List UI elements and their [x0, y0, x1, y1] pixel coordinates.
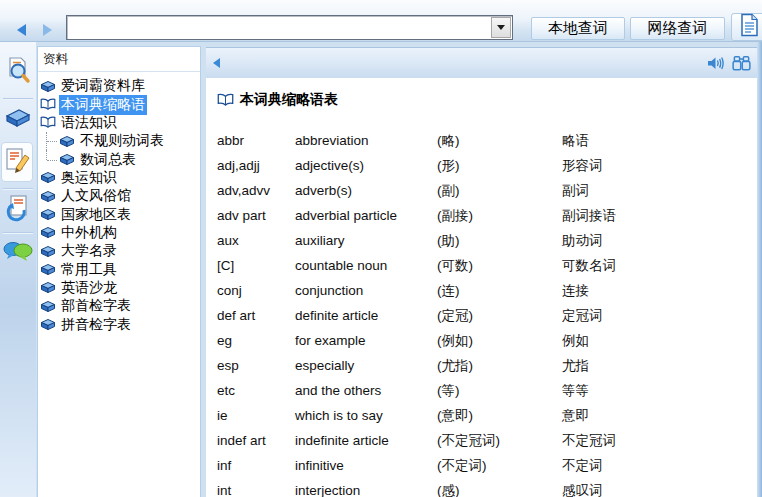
paren-cell: (连) [437, 278, 562, 303]
sidebar-item-label: 爱词霸资料库 [59, 76, 147, 96]
edit-notes-icon [3, 146, 31, 178]
right-splitter[interactable] [757, 42, 762, 497]
sidebar-item-label: 大学名录 [59, 241, 119, 261]
book-icon [40, 226, 56, 239]
paren-cell: (助) [437, 228, 562, 253]
sidebar-item[interactable]: 数词总表 [38, 150, 200, 168]
chinese-cell: 尤指 [562, 353, 757, 378]
app-window: 本地查词 网络查词 [0, 0, 762, 497]
paren-cell: (意即) [437, 403, 562, 428]
sidebar-item[interactable]: 奥运知识 [38, 169, 200, 187]
paren-cell: (尤指) [437, 353, 562, 378]
document-refresh-tool-button[interactable] [0, 190, 36, 230]
abbreviation-table: abbrabbreviation(略)略语adj,adjjadjective(s… [217, 128, 757, 497]
paren-cell: (不定冠词) [437, 428, 562, 453]
paren-cell: (定冠) [437, 303, 562, 328]
book-icon [40, 208, 56, 221]
combobox-dropdown-button[interactable] [491, 17, 511, 38]
paren-cell: (感) [437, 478, 562, 497]
content-header [206, 47, 757, 78]
english-cell: which is to say [295, 403, 437, 428]
sidebar-item-label: 国家地区表 [59, 205, 133, 225]
english-cell: and the others [295, 378, 437, 403]
abbr-cell: ie [217, 403, 295, 428]
chat-bubbles-icon [3, 240, 33, 268]
paren-cell: (等) [437, 378, 562, 403]
sidebar-tree: 爱词霸资料库 本词典缩略语 语法知识 不规则动词表 数词总表 奥运知识 人文风俗… [38, 72, 200, 334]
sidebar-item-label: 中外机构 [59, 223, 119, 243]
abbr-cell: int [217, 478, 295, 497]
side-toolbar [0, 42, 36, 497]
sidebar-item[interactable]: 国家地区表 [38, 205, 200, 223]
sidebar-item[interactable]: 常用工具 [38, 260, 200, 278]
forward-icon[interactable] [43, 24, 52, 36]
book-icon [40, 171, 56, 184]
sidebar-item[interactable]: 本词典缩略语 [38, 95, 200, 113]
abbr-cell: esp [217, 353, 295, 378]
book-icon [40, 300, 56, 313]
sidebar-panel: 资料 爱词霸资料库 本词典缩略语 语法知识 不规则动词表 数词总表 奥运知识 人… [37, 46, 201, 497]
search-input[interactable] [67, 16, 490, 39]
english-cell: auxiliary [295, 228, 437, 253]
document-search-icon [5, 56, 31, 88]
sidebar-item[interactable]: 不规则动词表 [38, 132, 200, 150]
dictionary-book-tool-button[interactable] [0, 100, 36, 140]
sidebar-item[interactable]: 英语沙龙 [38, 279, 200, 297]
local-search-button[interactable]: 本地查词 [531, 17, 625, 40]
english-cell: adjective(s) [295, 153, 437, 178]
sidebar-item[interactable]: 拼音检字表 [38, 315, 200, 333]
open-book-icon [40, 98, 56, 111]
abbr-cell: abbr [217, 128, 295, 153]
sidebar-item[interactable]: 爱词霸资料库 [38, 77, 200, 95]
book-icon [40, 190, 56, 203]
page-title-row: 本词典缩略语表 [217, 91, 757, 109]
sidebar-item-label: 英语沙龙 [59, 278, 119, 298]
sidebar-item[interactable]: 大学名录 [38, 242, 200, 260]
sidebar-item[interactable]: 中外机构 [38, 224, 200, 242]
speaker-icon[interactable] [707, 55, 725, 72]
document-icon-button[interactable] [731, 13, 762, 41]
toolbar-separator [3, 232, 33, 233]
chat-tool-button[interactable] [0, 234, 36, 274]
book-icon [59, 135, 75, 148]
chinese-cell: 助动词 [562, 228, 757, 253]
abbr-cell: [C] [217, 253, 295, 278]
chinese-cell: 定冠词 [562, 303, 757, 328]
binoculars-icon[interactable] [732, 55, 751, 72]
sidebar-item-label: 部首检字表 [59, 296, 133, 316]
sidebar-item-label: 不规则动词表 [78, 131, 166, 151]
chinese-cell: 感叹词 [562, 478, 757, 497]
chinese-cell: 副词 [562, 178, 757, 203]
sidebar-item-label: 常用工具 [59, 260, 119, 280]
paren-cell: (略) [437, 128, 562, 153]
sidebar-item-label: 数词总表 [78, 150, 138, 170]
english-cell: definite article [295, 303, 437, 328]
abbr-cell: inf [217, 453, 295, 478]
chinese-cell: 连接 [562, 278, 757, 303]
document-search-tool-button[interactable] [0, 52, 36, 92]
abbr-cell: indef art [217, 428, 295, 453]
sidebar-item[interactable]: 部首检字表 [38, 297, 200, 315]
web-search-button[interactable]: 网络查词 [630, 17, 725, 40]
sidebar-item-label: 语法知识 [59, 113, 119, 133]
abbr-cell: adv,advv [217, 178, 295, 203]
book-icon [40, 80, 56, 93]
tree-connector-icon [40, 132, 59, 150]
english-cell: infinitive [295, 453, 437, 478]
sidebar-header: 资料 [38, 47, 200, 72]
top-toolbar: 本地查词 网络查词 [0, 0, 762, 42]
sidebar-item-label: 奥运知识 [59, 168, 119, 188]
book-icon [59, 153, 75, 166]
back-icon[interactable] [17, 24, 26, 36]
chinese-cell: 可数名词 [562, 253, 757, 278]
chinese-cell: 不定冠词 [562, 428, 757, 453]
collapse-panel-icon[interactable] [213, 58, 220, 68]
sidebar-item[interactable]: 语法知识 [38, 114, 200, 132]
chevron-down-icon [497, 25, 505, 30]
book-icon [40, 281, 56, 294]
dictionary-book-icon [4, 106, 32, 134]
search-combobox[interactable] [66, 15, 513, 40]
chinese-cell: 意即 [562, 403, 757, 428]
sidebar-item[interactable]: 人文风俗馆 [38, 187, 200, 205]
edit-notes-tool-button[interactable] [1, 142, 33, 182]
